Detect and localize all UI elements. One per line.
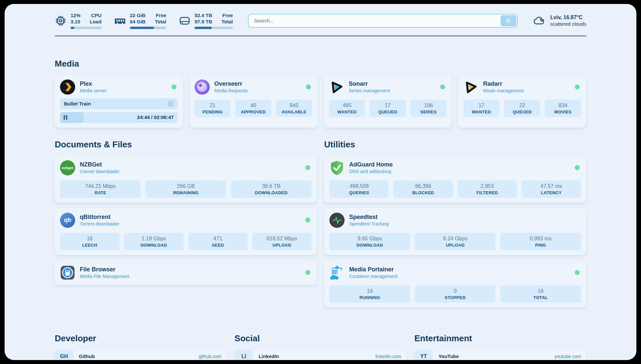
- sonarr-header[interactable]: Sonarr Series management: [329, 79, 447, 95]
- stat-value: 21: [196, 103, 229, 108]
- section-media: Media Plex Media server: [55, 59, 586, 128]
- stat-label: RUNNING: [331, 295, 409, 300]
- stat-value: 2,953: [459, 183, 516, 189]
- radarr-header[interactable]: Radarr Movie management: [463, 79, 581, 95]
- stat-label: LATENCY: [523, 190, 580, 195]
- disk-progress-track: [195, 27, 233, 29]
- stat-label: MOVIES: [546, 109, 580, 114]
- adguard-stat-blocked: 86,396 BLOCKED: [393, 180, 453, 198]
- nzbget-title: NZBGet: [80, 161, 120, 168]
- stat-label: AVAILABLE: [277, 109, 311, 114]
- stat-label: WANTED: [330, 109, 364, 114]
- radarr-stat-wanted: 17 WANTED: [463, 100, 500, 117]
- section-heading-utilities: Utilities: [324, 139, 586, 150]
- qbittorrent-card: qb qBittorrent Torrent downloader 16 LEE…: [55, 208, 317, 255]
- cpu-load-label: Load: [90, 19, 102, 25]
- ram-total-value: 64 GiB: [130, 19, 146, 25]
- search-input[interactable]: [248, 14, 518, 28]
- portainer-header[interactable]: Media Portainer Container management: [329, 265, 581, 280]
- stat-value: 16: [331, 288, 409, 294]
- qbittorrent-stat-seed: 471 SEED: [188, 233, 248, 250]
- bookmark-name: YouTube: [439, 353, 459, 359]
- plex-header[interactable]: Plex Media server: [60, 79, 178, 95]
- qbittorrent-stat-download: 1.19 Gbps DOWNLOAD: [124, 233, 183, 250]
- disk-total-value: 97.9 TB: [195, 19, 212, 25]
- stat-value: 47.57 ms: [523, 183, 580, 189]
- disk-total-label: Total: [221, 19, 233, 25]
- ram-icon: [114, 15, 126, 27]
- bookmark-abbr: LI: [234, 350, 253, 360]
- section-utilities: Utilities AdGuard Home: [324, 139, 586, 313]
- nzbget-status-dot: [305, 165, 310, 170]
- stat-value: 0: [416, 288, 494, 294]
- adguard-status-dot: [575, 165, 580, 170]
- radarr-status-dot: [575, 84, 580, 89]
- stat-label: QUEUED: [371, 109, 405, 114]
- speedtest-stat-download: 9.65 Gbps DOWNLOAD: [329, 233, 410, 250]
- stat-label: DOWNLOAD: [331, 243, 409, 248]
- filebrowser-card: File Browser Media File Management: [55, 260, 317, 285]
- speedtest-title: Speedtest: [349, 214, 389, 221]
- stat-label: DOWNLOAD: [125, 243, 182, 248]
- section-heading-developer: Developer: [55, 333, 227, 344]
- stat-label: STOPPED: [416, 295, 494, 300]
- overseerr-header[interactable]: Overseerr Media Requests: [195, 79, 312, 95]
- stat-value: 471: [190, 236, 246, 242]
- qbittorrent-icon-label: qb: [64, 217, 71, 224]
- qbittorrent-icon: qb: [60, 213, 75, 228]
- sonarr-title: Sonarr: [349, 80, 390, 87]
- qbittorrent-stat-upload: 618.52 Mbps UPLOAD: [252, 233, 312, 250]
- nzbget-icon-label: nzbget: [62, 166, 73, 170]
- bookmark-youtube[interactable]: YT YouTube youtube.com: [414, 350, 586, 360]
- bookmark-linkedin[interactable]: LI LinkedIn linkedin.com: [234, 350, 406, 360]
- ram-free-value: 22 GiB: [130, 13, 146, 19]
- nzbget-subtitle: Usenet downloader: [80, 169, 120, 174]
- stat-label: TOTAL: [502, 295, 580, 300]
- radarr-subtitle: Movie management: [483, 88, 524, 93]
- search-engine-button[interactable]: G: [501, 15, 516, 26]
- portainer-crane-icon: [329, 265, 345, 280]
- stat-value: 485: [330, 103, 364, 108]
- cpu-usage-value: 12%: [71, 13, 80, 19]
- radarr-icon: [463, 79, 478, 95]
- pause-icon[interactable]: [64, 115, 67, 120]
- bookmark-name: LinkedIn: [259, 353, 279, 359]
- stat-label: APPROVED: [236, 109, 270, 114]
- stat-value: 16: [502, 288, 580, 294]
- filebrowser-header[interactable]: File Browser Media File Management: [60, 265, 312, 280]
- portainer-subtitle: Container management: [349, 274, 397, 279]
- bookmark-github[interactable]: GH Github github.com: [55, 350, 227, 360]
- radarr-stat-queued: 22 QUEUED: [504, 100, 540, 117]
- adguard-header[interactable]: AdGuard Home DNS and adblocking: [329, 160, 581, 175]
- filebrowser-title: File Browser: [80, 266, 129, 273]
- nzbget-stat-downloaded: 39.6 TB DOWNLOADED: [231, 180, 312, 198]
- stat-value: 498,508: [331, 183, 387, 189]
- overseerr-status-dot: [306, 84, 311, 89]
- weather-location-temp: Lviv, 16.87°C: [550, 15, 586, 20]
- nzbget-header[interactable]: nzbget NZBGet Usenet downloader: [60, 160, 312, 175]
- plex-subtitle: Media server: [80, 88, 107, 93]
- nzbget-stat-rate: 744.21 Mbps RATE: [60, 180, 141, 198]
- bookmarks-developer: Developer GH Github github.com SO StackO…: [55, 333, 227, 360]
- bookmarks-entertainment: Entertainment YT YouTube youtube.com NF …: [414, 333, 586, 360]
- stat-label: PENDING: [196, 109, 229, 114]
- weather-widget: Lviv, 16.87°C scattered clouds: [532, 14, 586, 28]
- qbittorrent-header[interactable]: qb qBittorrent Torrent downloader: [60, 213, 312, 228]
- overseerr-stat-pending: 21 PENDING: [195, 100, 231, 117]
- speedtest-stat-upload: 9.24 Gbps UPLOAD: [415, 233, 496, 250]
- adguard-stat-filtered: 2,953 FILTERED: [458, 180, 517, 198]
- stream-view-icon[interactable]: [168, 101, 174, 107]
- nzbget-icon: nzbget: [60, 160, 75, 175]
- stat-value: 618.52 Mbps: [254, 236, 310, 242]
- stat-label: LEECH: [61, 243, 118, 248]
- section-heading-media: Media: [55, 59, 586, 69]
- cpu-progress-track: [71, 27, 102, 29]
- stat-label: PING: [502, 243, 580, 248]
- portainer-title: Media Portainer: [349, 266, 397, 273]
- speedtest-header[interactable]: Speedtest Speedtest Tracking: [329, 213, 581, 228]
- overseerr-stat-approved: 40 APPROVED: [235, 100, 271, 117]
- filebrowser-status-dot: [305, 270, 310, 275]
- qbittorrent-subtitle: Torrent downloader: [80, 221, 119, 227]
- nzbget-stat-remaining: 266 GB REMAINING: [145, 180, 226, 198]
- cpu-progress-fill: [71, 27, 74, 29]
